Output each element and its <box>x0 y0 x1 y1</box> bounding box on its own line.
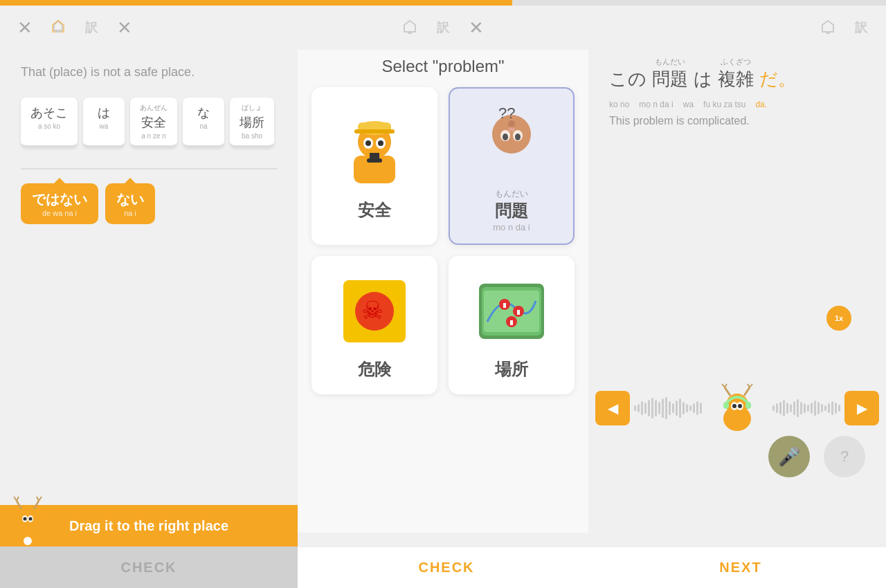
waveform-bar <box>807 405 809 412</box>
audio-player: ◀ <box>588 380 886 436</box>
card-image-safety <box>333 111 416 194</box>
waveform-bar <box>776 403 778 413</box>
next-button[interactable]: NEXT <box>719 560 761 576</box>
select-title: Select "problem" <box>381 57 504 76</box>
card-image-danger: ☠ <box>333 270 416 353</box>
romaji-word: wa <box>683 100 694 109</box>
svg-line-60 <box>37 497 39 501</box>
waveform-bar <box>831 401 833 415</box>
drag-hint-text: Drag it to the right place <box>69 518 228 534</box>
waveform-bar <box>658 402 660 414</box>
hint-icon-center[interactable] <box>399 17 421 39</box>
toolbar-right: 訳 <box>817 17 872 39</box>
svg-line-45 <box>725 384 727 387</box>
audio-waveform <box>630 387 706 429</box>
right-panel: この もんだい 問題 は ふくざつ 複雑 だ。 ko nomo n da iwa… <box>588 50 886 533</box>
main-layout: That (place) is not a safe place. あそこ a … <box>0 50 886 533</box>
vocab-card-danger[interactable]: ☠ 危険 <box>311 256 437 394</box>
mic-button[interactable]: 🎤 <box>768 436 810 477</box>
svg-rect-2 <box>56 30 60 33</box>
hint-icon-right[interactable] <box>817 17 839 39</box>
word-tile[interactable]: あそこ a so ko <box>21 98 78 147</box>
svg-rect-4 <box>408 32 412 34</box>
action-buttons: 🎤 ? <box>768 436 865 477</box>
hint-icon-left[interactable] <box>47 17 69 39</box>
vocab-card-problem[interactable]: ?? もんだい 問題 mo n da i <box>449 87 575 245</box>
waveform-bar <box>665 397 667 419</box>
word-tile[interactable]: は wa <box>83 98 125 147</box>
word-tile[interactable]: な na <box>183 98 224 147</box>
close-icon-center[interactable]: ✕ <box>465 17 487 39</box>
card-furigana: もんだい <box>495 188 528 200</box>
svg-rect-17 <box>367 158 382 163</box>
svg-point-39 <box>732 404 736 408</box>
card-kanji: 危険 <box>358 358 391 380</box>
vocab-card-safety[interactable]: 安全 <box>311 87 437 245</box>
waveform-bar <box>793 401 795 415</box>
waveform-bar <box>817 402 820 414</box>
svg-point-54 <box>29 517 33 521</box>
waveform-bar <box>689 405 691 411</box>
jp-word: だ。 <box>759 67 796 91</box>
audio-next-button[interactable]: ▶ <box>844 391 879 425</box>
speed-label: 1x <box>835 314 843 322</box>
word-tile[interactable]: あんぜん 安全 a n ze n <box>130 98 177 147</box>
bottom-right[interactable]: NEXT <box>595 546 886 588</box>
svg-line-43 <box>725 387 730 396</box>
waveform-bar <box>797 399 799 417</box>
audio-waveform-right <box>768 387 844 429</box>
vocab-card-place[interactable]: 場所 <box>449 256 575 394</box>
svg-text:??: ?? <box>498 104 515 122</box>
waveform-bar <box>786 403 788 414</box>
waveform-bar <box>696 401 698 415</box>
audio-mascot <box>706 380 768 436</box>
answer-tile[interactable]: ではない de wa na i <box>21 183 98 224</box>
translation-text: This problem is complicated. <box>609 115 865 127</box>
close-icon-left2[interactable]: ✕ <box>114 17 136 39</box>
check-button-center[interactable]: CHECK <box>418 560 474 576</box>
answer-tile[interactable]: ない na i <box>105 183 155 224</box>
audio-prev-button[interactable]: ◀ <box>595 391 630 425</box>
toolbar-center: 訳 ✕ <box>399 17 487 39</box>
toolbar: ✕ 訳 ✕ 訳 ✕ 訳 <box>0 0 886 50</box>
waveform-bar <box>772 405 775 411</box>
word-tiles: あそこ a so ko は wa あんぜん 安全 a n ze n な na ば… <box>21 98 277 147</box>
svg-rect-15 <box>354 129 395 134</box>
romaji-word: da. <box>755 100 767 109</box>
jp-word: は <box>694 67 712 91</box>
translate-icon-center[interactable]: 訳 <box>432 17 454 39</box>
bottom-bar: CHECK CHECK NEXT <box>0 546 886 588</box>
waveform-bar <box>662 398 664 418</box>
card-kanji: 場所 <box>495 358 528 380</box>
romaji-word: fu ku za tsu <box>703 100 745 109</box>
svg-point-25 <box>508 127 515 131</box>
svg-line-48 <box>748 384 750 387</box>
svg-point-11 <box>365 140 371 146</box>
close-icon-left[interactable]: ✕ <box>14 17 36 39</box>
waveform-bar <box>828 403 830 413</box>
svg-marker-5 <box>822 21 833 32</box>
svg-text:☠: ☠ <box>361 296 383 324</box>
waveform-bar <box>669 401 671 415</box>
translate-icon-right[interactable]: 訳 <box>850 17 872 39</box>
answer-tiles: ではない de wa na i ない na i <box>21 183 277 224</box>
bottom-center[interactable]: CHECK <box>298 546 595 588</box>
waveform-bar <box>644 403 647 414</box>
svg-point-21 <box>503 134 508 140</box>
left-panel: That (place) is not a safe place. あそこ a … <box>0 50 298 533</box>
svg-marker-3 <box>404 21 415 32</box>
svg-point-22 <box>515 134 521 140</box>
waveform-bar <box>651 398 653 419</box>
speed-badge[interactable]: 1x <box>826 306 851 331</box>
svg-point-40 <box>738 404 742 408</box>
help-button[interactable]: ? <box>824 436 865 477</box>
waveform-bar <box>672 403 674 413</box>
check-button-left[interactable]: CHECK <box>120 560 177 576</box>
waveform-bar <box>686 404 688 412</box>
translate-icon-left[interactable]: 訳 <box>80 17 102 39</box>
card-romaji: mo n da i <box>493 222 530 232</box>
svg-line-58 <box>34 501 39 509</box>
card-image-problem: ?? <box>470 100 553 183</box>
waveform-bar <box>638 404 640 412</box>
word-tile[interactable]: ばしょ 場所 ba sho <box>230 98 274 147</box>
